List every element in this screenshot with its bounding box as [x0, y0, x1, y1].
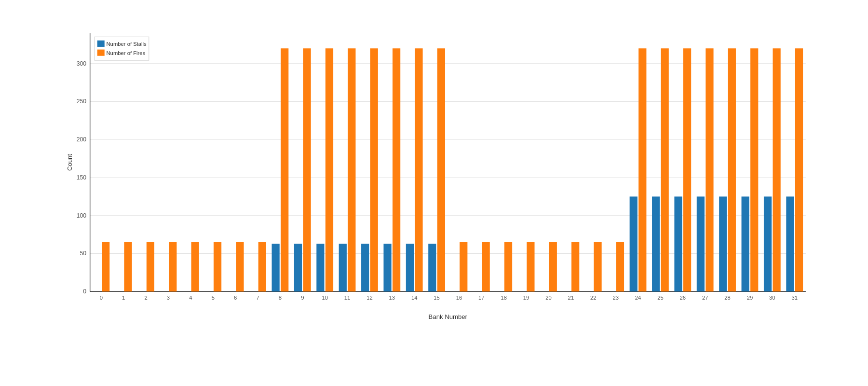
svg-text:19: 19 [523, 295, 529, 301]
chart-area: 050100150200250300CountBank Number012345… [39, 24, 839, 323]
svg-rect-83 [697, 196, 705, 291]
svg-text:Bank Number: Bank Number [429, 313, 468, 320]
svg-text:Number of Stalls: Number of Stalls [106, 41, 147, 47]
svg-text:12: 12 [366, 295, 373, 301]
svg-rect-28 [214, 242, 221, 291]
svg-rect-93 [773, 48, 780, 291]
svg-rect-20 [124, 242, 132, 291]
svg-text:28: 28 [724, 295, 731, 301]
svg-text:1: 1 [122, 295, 125, 301]
bar-chart: 050100150200250300CountBank Number012345… [39, 24, 839, 323]
svg-text:24: 24 [635, 295, 641, 301]
svg-rect-96 [795, 48, 803, 291]
svg-text:50: 50 [80, 250, 87, 257]
chart-container: 050100150200250300CountBank Number012345… [0, 0, 868, 386]
svg-rect-68 [571, 242, 579, 291]
svg-rect-101 [97, 50, 105, 56]
svg-text:100: 100 [77, 212, 87, 219]
svg-text:26: 26 [680, 295, 686, 301]
svg-text:29: 29 [747, 295, 753, 301]
svg-rect-44 [348, 48, 355, 291]
svg-text:7: 7 [256, 295, 259, 301]
svg-rect-62 [504, 242, 512, 291]
svg-text:25: 25 [657, 295, 664, 301]
svg-text:13: 13 [389, 295, 395, 301]
svg-rect-60 [482, 242, 490, 291]
svg-text:16: 16 [456, 295, 462, 301]
svg-rect-26 [191, 242, 199, 291]
svg-rect-32 [258, 242, 266, 291]
svg-rect-18 [102, 242, 109, 291]
svg-rect-81 [683, 48, 691, 291]
svg-rect-35 [281, 48, 288, 291]
svg-rect-46 [361, 244, 369, 291]
svg-rect-43 [339, 244, 347, 291]
svg-text:0: 0 [100, 295, 103, 301]
svg-rect-22 [147, 242, 154, 291]
svg-rect-53 [415, 48, 422, 291]
svg-text:8: 8 [279, 295, 282, 301]
svg-text:Count: Count [66, 154, 73, 171]
svg-rect-98 [95, 37, 149, 60]
svg-rect-75 [638, 48, 646, 291]
svg-rect-50 [393, 48, 400, 291]
svg-rect-77 [652, 196, 660, 291]
svg-rect-52 [406, 244, 414, 291]
svg-rect-72 [616, 242, 624, 291]
svg-text:9: 9 [301, 295, 304, 301]
svg-rect-78 [661, 48, 669, 291]
svg-rect-70 [594, 242, 601, 291]
svg-rect-99 [97, 41, 105, 47]
svg-text:0: 0 [83, 288, 86, 295]
svg-rect-80 [674, 196, 682, 291]
svg-text:2: 2 [144, 295, 147, 301]
svg-text:300: 300 [77, 60, 87, 67]
svg-text:17: 17 [478, 295, 485, 301]
svg-rect-41 [326, 48, 333, 291]
svg-text:10: 10 [322, 295, 328, 301]
svg-text:3: 3 [167, 295, 170, 301]
svg-text:22: 22 [590, 295, 597, 301]
svg-text:15: 15 [434, 295, 440, 301]
svg-text:27: 27 [702, 295, 708, 301]
svg-text:200: 200 [77, 136, 87, 143]
svg-rect-30 [236, 242, 244, 291]
svg-text:5: 5 [212, 295, 215, 301]
svg-rect-38 [303, 48, 311, 291]
svg-text:23: 23 [612, 295, 619, 301]
svg-text:21: 21 [568, 295, 574, 301]
svg-rect-40 [316, 244, 324, 291]
svg-text:4: 4 [189, 295, 192, 301]
svg-text:31: 31 [791, 295, 798, 301]
svg-rect-24 [169, 242, 176, 291]
svg-text:30: 30 [769, 295, 775, 301]
svg-rect-64 [527, 242, 534, 291]
svg-rect-89 [742, 196, 749, 291]
svg-rect-92 [764, 196, 772, 291]
svg-rect-49 [383, 244, 391, 291]
svg-text:20: 20 [545, 295, 552, 301]
svg-rect-66 [549, 242, 557, 291]
svg-text:14: 14 [411, 295, 418, 301]
svg-rect-95 [786, 196, 794, 291]
svg-text:11: 11 [344, 295, 351, 301]
svg-rect-58 [460, 242, 467, 291]
svg-rect-90 [750, 48, 758, 291]
svg-rect-84 [705, 48, 713, 291]
svg-text:Number of Fires: Number of Fires [106, 50, 145, 56]
svg-rect-55 [428, 244, 436, 291]
svg-text:6: 6 [234, 295, 237, 301]
svg-rect-47 [370, 48, 378, 291]
svg-text:150: 150 [77, 174, 87, 181]
svg-text:250: 250 [77, 98, 87, 105]
svg-rect-87 [728, 48, 736, 291]
svg-rect-56 [437, 48, 445, 291]
svg-text:18: 18 [501, 295, 507, 301]
svg-rect-34 [272, 244, 280, 291]
svg-rect-74 [630, 196, 637, 291]
svg-rect-37 [294, 244, 302, 291]
svg-rect-86 [719, 196, 727, 291]
